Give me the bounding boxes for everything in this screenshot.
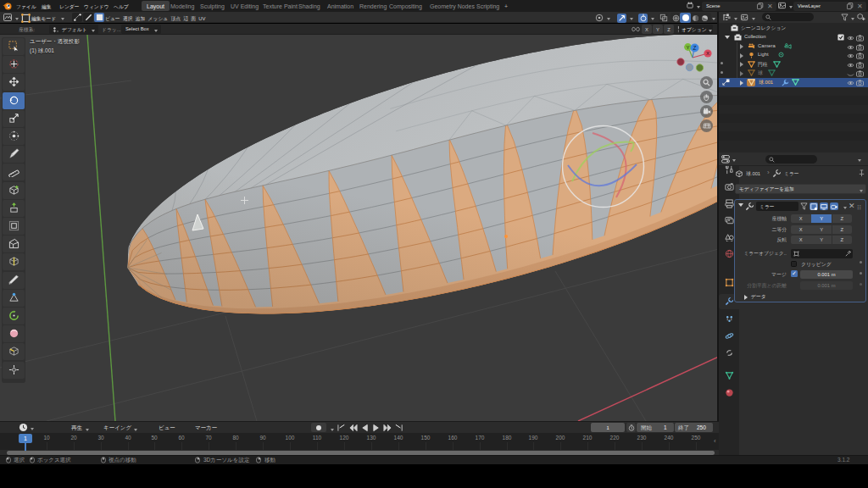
svg-text:X: X bbox=[706, 51, 709, 56]
svg-text:Z: Z bbox=[693, 45, 697, 51]
svg-text:Y: Y bbox=[686, 45, 689, 50]
